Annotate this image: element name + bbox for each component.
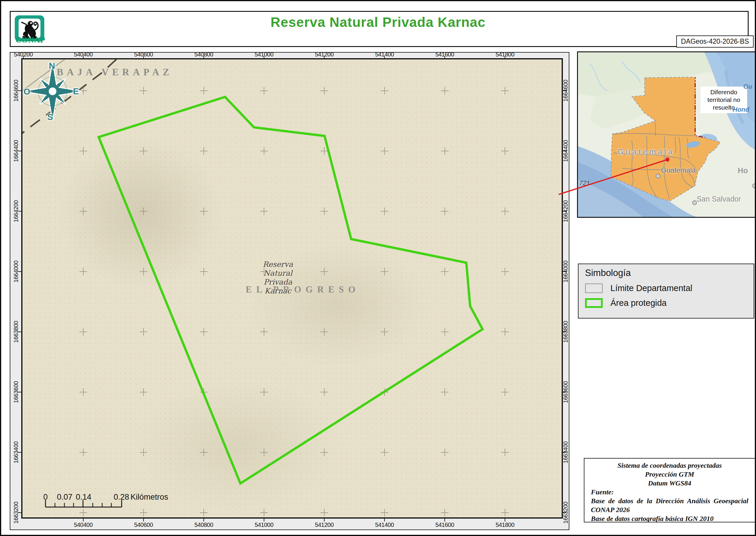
- city-dot: [752, 184, 755, 188]
- axis-tick-top: [444, 56, 445, 59]
- compass-w-label: O: [22, 86, 32, 97]
- source-line: Base de datos de la Dirección Análisis G…: [591, 496, 748, 514]
- source-heading: Fuente:: [591, 487, 748, 496]
- axis-tick-right: [563, 151, 566, 151]
- san-salvador-city-dot: [693, 201, 697, 205]
- axis-label-bottom: 541400: [371, 522, 398, 528]
- departmental-limit-swatch: [585, 284, 603, 293]
- reserve-label-line: Karnac: [255, 286, 301, 295]
- inset-capital-label: Guatemala: [661, 166, 695, 174]
- axis-tick-bottom: [83, 518, 83, 521]
- axis-tick-bottom: [204, 518, 204, 521]
- projection-line: Datum WGS84: [591, 479, 748, 487]
- road-number-label: 721: [579, 179, 590, 187]
- axis-tick-right: [563, 452, 566, 453]
- axis-tick-left: [18, 271, 21, 272]
- svg-text:0: 0: [43, 492, 47, 501]
- axis-tick-top: [143, 56, 144, 59]
- svg-text:0.28: 0.28: [114, 492, 129, 501]
- axis-tick-left: [18, 392, 21, 392]
- axis-tick-top: [83, 56, 83, 59]
- axis-label-bottom: 540400: [70, 522, 97, 528]
- axis-tick-left: [18, 90, 21, 91]
- inset-country-label: Guatemala: [617, 148, 674, 156]
- reserve-label-line: Natural: [255, 269, 301, 278]
- axis-tick-top: [384, 56, 385, 59]
- conap-logo-text: CONAP: [13, 35, 48, 45]
- svg-text:0.07: 0.07: [57, 492, 73, 501]
- axis-tick-top: [505, 56, 505, 59]
- guatemala-city-dot: [656, 174, 660, 178]
- axis-label-bottom: 541800: [492, 522, 518, 528]
- credits-box: Sistema de coordenadas proyectadas Proye…: [584, 458, 755, 522]
- axis-tick-bottom: [444, 518, 445, 521]
- axis-tick-right: [563, 331, 566, 332]
- reserve-label-line: Privada: [255, 278, 301, 286]
- location-inset-map: Guatemala Guatemala San Salvador Diferen…: [577, 51, 756, 218]
- inset-city-label: San Salvador: [697, 195, 741, 203]
- legend-item-departmental: Límite Departamental: [585, 284, 747, 293]
- axis-label-bottom: 540600: [130, 522, 157, 528]
- axis-tick-right: [563, 392, 566, 392]
- scale-bar: 00.070.140.28Kilómetros: [43, 492, 168, 507]
- axis-label-bottom: 541600: [431, 522, 458, 528]
- axis-label-bottom: 541000: [251, 522, 277, 528]
- axis-tick-bottom: [264, 518, 264, 521]
- doc-code: DAGeos-420-2026-BS: [681, 38, 749, 46]
- department-label-baja-verapaz: BAJA VERAPAZ: [57, 67, 173, 78]
- page-title: Reserva Natural Privada Karnac: [1, 14, 755, 30]
- axis-tick-right: [563, 271, 566, 272]
- reserve-name-label: Reserva Natural Privada Karnac: [255, 260, 301, 295]
- axis-tick-top: [264, 56, 264, 59]
- legend-item-protected-area: Área protegida: [585, 298, 747, 308]
- axis-tick-right: [563, 211, 566, 212]
- legend-box: Simbología Límite Departamental Área pro…: [578, 264, 754, 318]
- axis-tick-right: [563, 512, 566, 513]
- axis-tick-top: [204, 56, 204, 59]
- projection-line: Sistema de coordenadas proyectadas: [591, 461, 748, 470]
- svg-text:0.14: 0.14: [76, 492, 92, 501]
- doc-code-badge: DAGeos-420-2026-BS: [676, 35, 754, 48]
- axis-tick-bottom: [505, 518, 505, 521]
- compass-s-label: S: [45, 112, 55, 122]
- axis-tick-left: [18, 151, 21, 151]
- axis-tick-left: [18, 211, 21, 212]
- legend-item-label: Área protegida: [611, 298, 667, 308]
- sea-label-gulf: Gu: [743, 83, 752, 90]
- protected-area-swatch: [585, 298, 603, 308]
- axis-label-bottom: 541200: [311, 522, 337, 528]
- grid-crosses: [79, 87, 509, 517]
- sea-label-honduras-gulf: Hond: [733, 106, 749, 114]
- axis-tick-bottom: [324, 518, 325, 521]
- axis-label-bottom: 540800: [190, 522, 217, 528]
- axis-tick-top: [324, 56, 325, 59]
- svg-text:Kilómetros: Kilómetros: [131, 492, 168, 501]
- axis-tick-bottom: [143, 518, 144, 521]
- reserve-label-line: Reserva: [255, 260, 301, 269]
- axis-tick-bottom: [384, 518, 385, 521]
- projection-line: Proyección GTM: [591, 470, 748, 479]
- axis-tick-top: [23, 56, 24, 59]
- axis-tick-left: [18, 452, 21, 453]
- axis-tick-right: [563, 90, 566, 91]
- inset-basemap: [578, 52, 755, 217]
- map-layout-page: Reserva Natural Privada Karnac CONAP DAG…: [0, 0, 756, 536]
- legend-item-label: Límite Departamental: [611, 284, 692, 293]
- compass-n-label: N: [47, 61, 57, 71]
- axis-tick-left: [18, 331, 21, 332]
- source-line: Base de datos cartografía básica IGN 201…: [591, 514, 748, 523]
- inset-honduras-partial-label: Ho: [738, 166, 748, 175]
- compass-e-label: E: [71, 86, 81, 96]
- axis-tick-left: [18, 512, 21, 513]
- legend-title: Simbología: [585, 268, 747, 278]
